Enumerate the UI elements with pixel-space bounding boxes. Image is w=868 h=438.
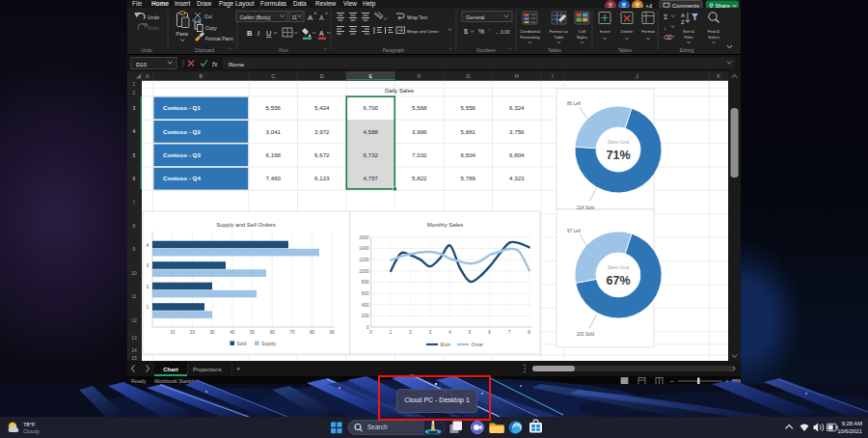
svg-text:Formatting: Formatting [520,35,540,40]
svg-text:5,822: 5,822 [412,175,427,181]
svg-text:Calibri (Body): Calibri (Body) [240,14,271,20]
svg-text:7,460: 7,460 [266,175,282,181]
svg-text:$: $ [464,28,468,35]
svg-text:˄: ˄ [314,11,317,16]
svg-text:4,323: 4,323 [509,175,525,181]
svg-text:Filter: Filter [684,35,693,40]
svg-text:3,041: 3,041 [266,128,282,135]
svg-text:Monthly Sales: Monthly Sales [427,222,464,228]
svg-text:1: 1 [147,304,149,310]
svg-text:B: B [247,29,253,38]
svg-text:12: 12 [131,317,137,323]
svg-text:11: 11 [131,293,136,299]
svg-text:30: 30 [210,330,216,335]
svg-text:8: 8 [133,223,136,229]
svg-text:5: 5 [469,330,472,335]
svg-text:A: A [308,14,313,22]
svg-text:Format: Format [641,29,655,34]
svg-text:Delete: Delete [621,29,634,34]
svg-text:Contoso - Q4: Contoso - Q4 [163,175,201,181]
svg-text:71%: 71% [606,149,630,162]
svg-text:14: 14 [131,347,137,353]
svg-text:86 Left: 86 Left [567,101,582,106]
svg-text:Contoso - Q2: Contoso - Q2 [163,128,201,135]
svg-text:Redo: Redo [148,25,159,31]
svg-text:40: 40 [230,330,235,335]
svg-text:6: 6 [488,330,491,335]
svg-text:9: 9 [133,246,136,252]
svg-text:3: 3 [429,330,432,335]
svg-text:400: 400 [362,303,369,308]
svg-text:Clipboard: Clipboard [195,48,215,53]
svg-text:⌐: ⌐ [324,45,327,51]
svg-text:4: 4 [147,242,149,248]
svg-text:11: 11 [292,14,298,20]
svg-text:Elvin: Elvin [441,342,451,347]
svg-text:70: 70 [289,330,295,335]
svg-text:13: 13 [131,335,137,341]
svg-text:Sold: Sold [237,341,247,346]
svg-text:J: J [636,73,638,79]
svg-text:1400: 1400 [359,246,369,251]
svg-text:4,588: 4,588 [364,128,379,135]
svg-text:4: 4 [448,330,451,335]
svg-text:800: 800 [362,280,369,285]
svg-text:6,324: 6,324 [509,104,525,111]
svg-text:1200: 1200 [359,258,369,262]
svg-text:1: 1 [390,330,393,335]
svg-text:Cloudy: Cloudy [23,428,40,434]
svg-text:B: B [199,73,203,79]
svg-text:Rome: Rome [229,62,245,68]
svg-text:D10: D10 [136,62,148,68]
svg-text:9:28 AM: 9:28 AM [842,421,862,426]
svg-text:5,789: 5,789 [461,175,476,181]
svg-text:Paste: Paste [176,31,189,37]
svg-text:Table: Table [554,35,564,40]
svg-text:6,123: 6,123 [314,175,330,181]
svg-text:78°F: 78°F [23,422,36,427]
svg-text:200: 200 [362,314,369,318]
svg-text:Merge and Center: Merge and Center [407,29,440,34]
svg-text:General: General [466,14,485,20]
svg-text:10/6/2021: 10/6/2021 [837,428,862,434]
svg-text:20: 20 [190,330,196,335]
svg-text:K: K [717,73,720,79]
svg-text:fx: fx [212,61,218,68]
svg-text:6,504: 6,504 [461,151,476,158]
svg-text:5: 5 [133,152,136,158]
svg-text:15: 15 [131,355,137,361]
svg-text:7: 7 [133,200,136,205]
svg-text:Z: Z [681,19,685,25]
svg-text:6,732: 6,732 [364,151,379,158]
svg-text:5,424: 5,424 [314,104,330,111]
svg-text:˅: ˅ [325,11,328,16]
svg-text:80: 80 [310,330,315,335]
svg-text:H: H [515,73,519,79]
svg-text:A: A [146,73,149,79]
svg-text:7: 7 [508,330,511,335]
svg-text:214 Sold: 214 Sold [577,205,595,210]
svg-text:0: 0 [369,330,372,335]
svg-text:Format Paint: Format Paint [205,36,233,41]
svg-text:Daily Sales: Daily Sales [385,88,414,94]
svg-text:᾿: ᾿ [488,28,490,34]
svg-text:8: 8 [528,330,530,335]
svg-text:Undo: Undo [141,48,152,53]
svg-text:⌐: ⌐ [230,45,232,51]
svg-text:Find &: Find & [708,29,720,34]
svg-text:Contoso - Q1: Contoso - Q1 [163,104,201,111]
svg-text:D: D [320,73,324,79]
svg-text:3: 3 [147,262,149,268]
svg-text:.00: .00 [503,30,510,35]
svg-text:%: % [478,28,484,35]
svg-text:3,996: 3,996 [412,128,427,135]
svg-text:Wrap Text: Wrap Text [407,15,428,20]
svg-text:4,757: 4,757 [364,175,379,181]
svg-text:E: E [368,73,372,79]
svg-text:1000: 1000 [359,269,369,274]
svg-text:10: 10 [131,270,137,276]
svg-text:Contoso - Q3: Contoso - Q3 [163,151,201,158]
svg-text:Σ: Σ [664,13,668,21]
svg-text:97 Left: 97 Left [567,229,582,233]
svg-text:A: A [319,14,324,21]
